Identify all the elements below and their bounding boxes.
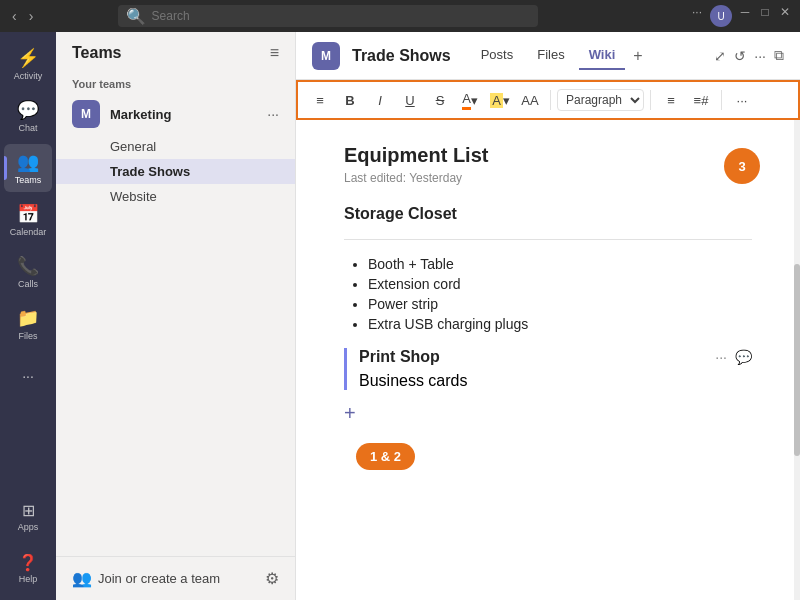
section-chat-button[interactable]: 💬 bbox=[735, 349, 752, 365]
toolbar-list-button[interactable]: ≡ bbox=[657, 86, 685, 114]
channel-header: M Trade Shows Posts Files Wiki + ⤢ ↺ ···… bbox=[296, 32, 800, 80]
toolbar-fontsize-button[interactable]: AA bbox=[516, 86, 544, 114]
sidebar-item-more[interactable]: ··· bbox=[4, 352, 52, 400]
search-bar[interactable]: 🔍 bbox=[118, 5, 538, 27]
join-label: Join or create a team bbox=[98, 571, 220, 586]
channel-trade-shows[interactable]: Trade Shows bbox=[56, 159, 295, 184]
wiki-toolbar: ≡ B I U S A▾ A▾ AA Paragraph ≡ ≡# ··· bbox=[296, 80, 800, 120]
sidebar-item-files[interactable]: 📁 Files bbox=[4, 300, 52, 348]
close-button[interactable]: ✕ bbox=[778, 5, 792, 19]
forward-button[interactable]: › bbox=[25, 6, 38, 26]
popout-icon[interactable]: ⧉ bbox=[774, 47, 784, 64]
main-area: M Trade Shows Posts Files Wiki + ⤢ ↺ ···… bbox=[296, 32, 800, 600]
toolbar-highlight-button[interactable]: A▾ bbox=[486, 86, 514, 114]
toolbar-divider-1 bbox=[550, 90, 551, 110]
chat-icon: 💬 bbox=[17, 99, 39, 121]
teams-label: Teams bbox=[15, 175, 42, 185]
wiki-section-storage-closet-title: Storage Closet bbox=[344, 205, 752, 223]
toolbar-strikethrough-button[interactable]: S bbox=[426, 86, 454, 114]
help-icon: ❓ bbox=[18, 553, 38, 572]
teams-icon: 👥 bbox=[17, 151, 39, 173]
toolbar-more-button[interactable]: ··· bbox=[728, 86, 756, 114]
search-icon: 🔍 bbox=[126, 7, 146, 26]
toolbar-numbered-list-button[interactable]: ≡# bbox=[687, 86, 715, 114]
step-3-badge: 3 bbox=[724, 148, 760, 184]
files-icon: 📁 bbox=[17, 307, 39, 329]
channel-team-icon: M bbox=[312, 42, 340, 70]
activity-label: Activity bbox=[14, 71, 43, 81]
refresh-icon[interactable]: ↺ bbox=[734, 48, 746, 64]
sidebar: Teams ≡ Your teams M Marketing ··· Gener… bbox=[56, 32, 296, 600]
sidebar-item-teams[interactable]: 👥 Teams bbox=[4, 144, 52, 192]
calls-icon: 📞 bbox=[17, 255, 39, 277]
toolbar-underline-button[interactable]: U bbox=[396, 86, 424, 114]
wiki-section-divider-1 bbox=[344, 239, 752, 240]
sidebar-item-help[interactable]: ❓ Help bbox=[4, 544, 52, 592]
sidebar-item-activity[interactable]: ⚡ Activity bbox=[4, 40, 52, 88]
apps-icon: ⊞ bbox=[22, 501, 35, 520]
wiki-content[interactable]: 3 Equipment List Last edited: Yesterday … bbox=[296, 120, 800, 600]
channel-general[interactable]: General bbox=[56, 134, 295, 159]
sidebar-item-chat[interactable]: 💬 Chat bbox=[4, 92, 52, 140]
sidebar-item-calendar[interactable]: 📅 Calendar bbox=[4, 196, 52, 244]
toolbar-divider-3 bbox=[721, 90, 722, 110]
channel-tabs: Posts Files Wiki + bbox=[471, 41, 647, 70]
wiki-page-meta: Last edited: Yesterday bbox=[344, 171, 752, 185]
back-button[interactable]: ‹ bbox=[8, 6, 21, 26]
sidebar-header: Teams ≡ bbox=[56, 32, 295, 70]
list-item: Power strip bbox=[368, 296, 752, 312]
section-block-header: Print Shop ··· 💬 bbox=[359, 348, 752, 366]
calendar-icon: 📅 bbox=[17, 203, 39, 225]
toolbar-menu-button[interactable]: ≡ bbox=[306, 86, 334, 114]
scrollbar-thumb bbox=[794, 264, 800, 456]
join-create-button[interactable]: 👥 Join or create a team bbox=[72, 569, 220, 588]
avatar: U bbox=[710, 5, 732, 27]
channel-website[interactable]: Website bbox=[56, 184, 295, 209]
calendar-label: Calendar bbox=[10, 227, 47, 237]
paragraph-select[interactable]: Paragraph bbox=[557, 89, 644, 111]
settings-button[interactable]: ⚙ bbox=[265, 569, 279, 588]
toolbar-bold-button[interactable]: B bbox=[336, 86, 364, 114]
toolbar-italic-button[interactable]: I bbox=[366, 86, 394, 114]
maximize-button[interactable]: □ bbox=[758, 5, 772, 19]
tab-wiki[interactable]: Wiki bbox=[579, 41, 626, 70]
tab-posts[interactable]: Posts bbox=[471, 41, 524, 70]
minimize-button[interactable]: ─ bbox=[738, 5, 752, 19]
sidebar-title: Teams bbox=[72, 44, 122, 62]
toolbar-fontcolor-button[interactable]: A▾ bbox=[456, 86, 484, 114]
list-item: Extra USB charging plugs bbox=[368, 316, 752, 332]
section-print-shop: Print Shop ··· 💬 Business cards bbox=[344, 348, 752, 390]
teams-section: Your teams M Marketing ··· General Trade… bbox=[56, 70, 295, 213]
chat-label: Chat bbox=[18, 123, 37, 133]
section-block-title: Print Shop bbox=[359, 348, 440, 366]
help-label: Help bbox=[19, 574, 38, 584]
toolbar-divider-2 bbox=[650, 90, 651, 110]
sidebar-item-calls[interactable]: 📞 Calls bbox=[4, 248, 52, 296]
apps-label: Apps bbox=[18, 522, 39, 532]
app-body: ⚡ Activity 💬 Chat 👥 Teams 📅 Calendar 📞 C… bbox=[0, 32, 800, 600]
icon-rail: ⚡ Activity 💬 Chat 👥 Teams 📅 Calendar 📞 C… bbox=[0, 32, 56, 600]
wiki-page-title: Equipment List bbox=[344, 144, 752, 167]
team-avatar: M bbox=[72, 100, 100, 128]
section-block-actions: ··· 💬 bbox=[715, 349, 752, 365]
expand-icon[interactable]: ⤢ bbox=[714, 48, 726, 64]
scrollbar-track[interactable] bbox=[794, 120, 800, 600]
sidebar-item-apps[interactable]: ⊞ Apps bbox=[4, 492, 52, 540]
team-more-button[interactable]: ··· bbox=[267, 106, 279, 122]
sidebar-footer: 👥 Join or create a team ⚙ bbox=[56, 556, 295, 600]
add-section-button[interactable]: + bbox=[344, 402, 356, 425]
team-marketing[interactable]: M Marketing ··· bbox=[56, 94, 295, 134]
files-label: Files bbox=[18, 331, 37, 341]
channel-name: Trade Shows bbox=[352, 47, 451, 65]
filter-button[interactable]: ≡ bbox=[270, 44, 279, 62]
more-button[interactable]: ··· bbox=[690, 5, 704, 19]
list-item: Booth + Table bbox=[368, 256, 752, 272]
search-input[interactable] bbox=[152, 9, 530, 23]
join-icon: 👥 bbox=[72, 569, 92, 588]
add-tab-button[interactable]: + bbox=[629, 41, 646, 70]
wiki-list-storage: Booth + Table Extension cord Power strip… bbox=[344, 256, 752, 332]
tab-files[interactable]: Files bbox=[527, 41, 574, 70]
header-more-button[interactable]: ··· bbox=[754, 48, 766, 64]
more-apps-icon: ··· bbox=[22, 368, 34, 384]
section-more-button[interactable]: ··· bbox=[715, 349, 727, 365]
